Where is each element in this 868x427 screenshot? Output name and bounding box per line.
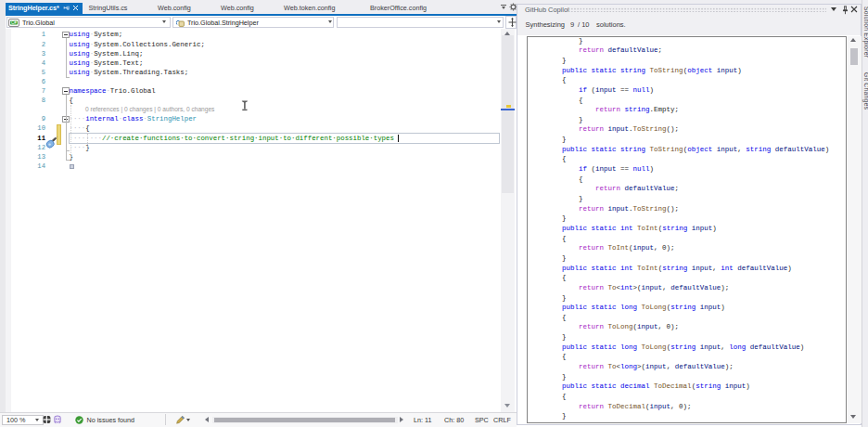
svg-text:C#: C# [11,20,17,25]
